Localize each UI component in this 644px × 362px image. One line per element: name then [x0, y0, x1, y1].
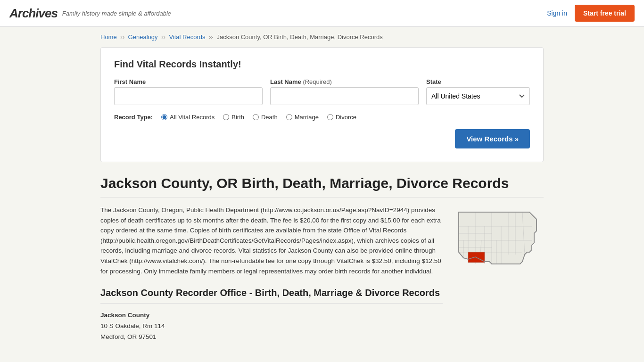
search-title: Find Vital Records Instantly! [114, 59, 530, 70]
radio-divorce-label: Divorce [336, 114, 356, 121]
radio-all-vital-records[interactable]: All Vital Records [161, 114, 215, 121]
state-group: State All United States Alabama Alaska A… [426, 78, 530, 105]
content-map [454, 205, 544, 343]
last-name-group: Last Name (Required) [270, 78, 419, 105]
record-type-row: Record Type: All Vital Records Birth Dea… [114, 114, 530, 121]
record-type-label: Record Type: [114, 114, 153, 121]
header-left: Archives Family history made simple & af… [9, 6, 171, 21]
radio-marriage[interactable]: Marriage [286, 114, 319, 121]
breadcrumb: Home ›› Genealogy ›› Vital Records ›› Ja… [100, 33, 544, 41]
first-name-group: First Name [114, 78, 263, 105]
radio-death-label: Death [261, 114, 278, 121]
radio-birth-input[interactable] [223, 114, 229, 120]
address-line2: Medford, OR 97501 [100, 333, 157, 340]
oregon-map-svg [454, 205, 544, 280]
header-tagline: Family history made simple & affordable [62, 10, 171, 17]
breadcrumb-genealogy[interactable]: Genealogy [128, 33, 158, 41]
address-line1: 10 S Oakdale, Rm 114 [100, 322, 165, 329]
header-right: Sign in Start free trial [547, 5, 635, 22]
last-name-label-text: Last Name [270, 78, 301, 85]
office-name: Jackson County [100, 312, 149, 319]
radio-marriage-input[interactable] [286, 114, 292, 120]
recorder-address: Jackson County 10 S Oakdale, Rm 114 Medf… [100, 310, 443, 343]
breadcrumb-vital-records[interactable]: Vital Records [169, 33, 205, 41]
last-name-required: (Required) [303, 78, 331, 85]
radio-death-input[interactable] [253, 114, 259, 120]
view-records-button[interactable]: View Records » [455, 129, 530, 148]
radio-divorce[interactable]: Divorce [327, 114, 356, 121]
last-name-label: Last Name (Required) [270, 78, 419, 85]
breadcrumb-sep-1: ›› [120, 33, 124, 41]
header: Archives Family history made simple & af… [0, 0, 644, 27]
state-select[interactable]: All United States Alabama Alaska Arizona… [426, 87, 530, 105]
search-box: Find Vital Records Instantly! First Name… [100, 47, 544, 162]
search-fields: First Name Last Name (Required) State Al… [114, 78, 530, 105]
breadcrumb-sep-2: ›› [161, 33, 165, 41]
view-records-row: View Records » [114, 129, 530, 148]
breadcrumb-home[interactable]: Home [100, 33, 117, 41]
first-name-label: First Name [114, 78, 263, 85]
state-label: State [426, 78, 530, 85]
sign-in-link[interactable]: Sign in [547, 9, 567, 17]
content-text: The Jackson County, Oregon, Public Healt… [100, 205, 443, 343]
radio-birth-label: Birth [231, 114, 244, 121]
start-trial-button[interactable]: Start free trial [575, 5, 635, 22]
page-title: Jackson County, OR Birth, Death, Marriag… [100, 175, 544, 197]
breadcrumb-current: Jackson County, OR Birth, Death, Marriag… [216, 33, 382, 41]
radio-death[interactable]: Death [253, 114, 278, 121]
recorder-section-title: Jackson County Recorder Office - Birth, … [100, 288, 443, 304]
archives-logo: Archives [9, 6, 58, 21]
radio-divorce-input[interactable] [327, 114, 333, 120]
radio-birth[interactable]: Birth [223, 114, 244, 121]
breadcrumb-sep-3: ›› [209, 33, 213, 41]
radio-marriage-label: Marriage [295, 114, 319, 121]
last-name-input[interactable] [270, 87, 419, 105]
radio-all-input[interactable] [161, 114, 167, 120]
oregon-map [454, 205, 544, 280]
logo-text: Archives [9, 6, 58, 20]
main-content: Home ›› Genealogy ›› Vital Records ›› Ja… [91, 27, 553, 362]
first-name-input[interactable] [114, 87, 263, 105]
content-area: The Jackson County, Oregon, Public Healt… [100, 205, 544, 343]
radio-all-label: All Vital Records [170, 114, 215, 121]
body-paragraph: The Jackson County, Oregon, Public Healt… [100, 205, 443, 276]
